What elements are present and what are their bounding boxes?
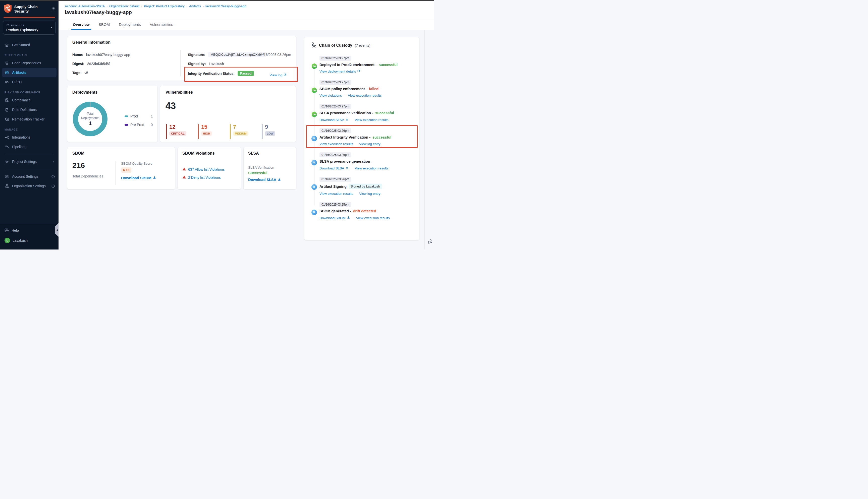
event-link-view-log-entry[interactable]: View log entry	[359, 142, 381, 146]
sidebar-item-rule-definitions[interactable]: Rule Definitions	[0, 105, 59, 114]
event-link-download-sbom[interactable]: Download SBOM	[320, 216, 350, 220]
project-selector[interactable]: PROJECT Product Exploratory	[3, 21, 56, 35]
chain-of-custody-title: Chain of Custody	[319, 43, 352, 48]
legend-label: Pre Prod	[130, 123, 144, 127]
breadcrumb-link[interactable]: lavakush07/easy-buggy-app	[205, 4, 246, 8]
scrollbar-track[interactable]	[424, 30, 425, 250]
sidebar-item-remediation-tracker[interactable]: Remediation Tracker	[0, 114, 59, 124]
event-link-view-execution-results[interactable]: View execution results	[354, 118, 388, 122]
brand-accent-line	[3, 17, 55, 17]
breadcrumb-link[interactable]: Artifacts	[189, 4, 201, 8]
vulnerabilities-card: Vulnerabilities 43 12CRITICAL15HIGH7MEDI…	[160, 86, 297, 142]
slsa-verification-label: SLSA Verification	[248, 166, 292, 169]
tab-sbom[interactable]: SBOM	[99, 19, 110, 30]
event-title-row: Artifact Integrity Verification -success…	[320, 135, 413, 139]
severity-count: 15	[201, 124, 230, 130]
event-link-view-execution-results[interactable]: View execution results	[320, 192, 353, 196]
sidebar-divider	[4, 169, 54, 169]
vulnerabilities-total: 43	[166, 101, 291, 111]
feedback-chat-icon[interactable]	[427, 238, 434, 244]
event-title-row: Deployed to Prod2 environment -successfu…	[320, 63, 413, 67]
event-links: View execution resultsView log entry	[320, 142, 413, 146]
legend-item[interactable]: Pre Prod0	[124, 123, 153, 127]
tab-overview[interactable]: Overview	[73, 19, 90, 30]
severity-count: 9	[265, 124, 293, 130]
timeline-event: 01/16/2025 03:26pmArtifact Integrity Ver…	[311, 128, 413, 146]
event-title: Deployed to Prod2 environment -	[320, 63, 377, 67]
tab-vulnerabilities[interactable]: Vulnerabilities	[150, 19, 173, 30]
page-header: Account: Automation-SSCA›Organization: d…	[59, 1, 434, 19]
user-menu[interactable]: L Lavakush	[0, 235, 59, 245]
event-timestamp: 01/16/2025 03:27pm	[320, 104, 351, 109]
sidebar-item-label: Remediation Tracker	[12, 117, 45, 121]
help-chat-icon: ?	[4, 228, 9, 233]
event-link-view-execution-results[interactable]: View execution results	[356, 216, 390, 220]
warning-triangle-icon	[182, 167, 186, 172]
sidebar-item-cicd[interactable]: CI/CD	[0, 77, 59, 87]
breadcrumb-link[interactable]: Organization: default	[109, 4, 140, 8]
event-links: Download SLSAView execution results	[320, 118, 413, 122]
severity-label-badge: MEDIUM	[233, 131, 249, 136]
event-link-view-execution-results[interactable]: View execution results	[320, 142, 353, 146]
user-name: Lavakush	[13, 239, 28, 242]
event-link-download-slsa[interactable]: Download SLSA	[320, 118, 349, 122]
event-link-label: View deployment details	[320, 70, 356, 73]
app-grid-icon[interactable]	[51, 7, 56, 12]
sidebar-item-project-settings[interactable]: Project Settings	[0, 157, 59, 167]
sidebar-item-account-settings[interactable]: Account Settings	[0, 172, 59, 181]
signed-by-label: Signed by:	[188, 62, 206, 66]
digest-label: Digest:	[72, 62, 84, 66]
view-log-link[interactable]: View log	[269, 73, 287, 77]
timeline-event: 01/16/2025 03:27pmSBOM policy enforcemen…	[311, 80, 413, 97]
vulnerabilities-title: Vulnerabilities	[166, 90, 291, 95]
legend-item[interactable]: Prod1	[124, 114, 153, 118]
deployments-donut-chart[interactable]: Total Deployments 1	[73, 102, 108, 136]
event-timestamp: 01/16/2025 03:25pm	[320, 202, 351, 207]
scan-search-icon	[311, 160, 317, 166]
event-title: Artifact Signing	[320, 184, 347, 188]
donut-center-label: Total Deployments	[78, 112, 102, 120]
project-cube-icon	[6, 23, 10, 27]
sbom-title: SBOM	[72, 151, 170, 156]
breadcrumb-link[interactable]: Account: Automation-SSCA	[65, 4, 105, 8]
sbom-violations-title: SBOM Violations	[182, 151, 236, 156]
event-status: drift detected	[353, 209, 376, 213]
signed-by-badge: Signed by Lavakush	[349, 184, 382, 189]
timeline-event: 01/16/2025 03:25pmSBOM generated -drift …	[311, 202, 413, 220]
app-title: Supply Chain Security	[14, 4, 42, 14]
sidebar-item-integrations[interactable]: Integrations	[0, 133, 59, 142]
event-link-view-deployment-details[interactable]: View deployment details	[320, 70, 360, 73]
sidebar-item-organization-settings[interactable]: Organization Settings	[0, 181, 59, 191]
event-link-view-violations[interactable]: View violations	[320, 94, 342, 97]
event-timeline: 01/16/2025 03:27pmDeployed to Prod2 envi…	[311, 56, 413, 220]
download-sbom-link[interactable]: Download SBOM	[121, 176, 156, 180]
severity-label-badge: LOW	[265, 131, 275, 136]
signature-value[interactable]: MEQCICde2VjIT...bL+2+mqnOXw==	[208, 52, 266, 57]
event-link-label: View violations	[320, 94, 342, 97]
event-link-view-execution-results[interactable]: View execution results	[348, 94, 382, 97]
chain-of-custody-icon	[311, 42, 316, 49]
event-link-download-slsa[interactable]: Download SLSA	[320, 166, 349, 170]
sidebar-item-get-started[interactable]: Get Started	[0, 40, 59, 50]
help-button[interactable]: ? Help	[0, 226, 59, 235]
integrity-status-label: Integrity Verification Status:	[188, 72, 234, 75]
legend-swatch-pre-prod	[124, 124, 128, 126]
tab-deployments[interactable]: Deployments	[119, 19, 141, 30]
sidebar-item-artifacts[interactable]: Artifacts	[2, 68, 57, 77]
breadcrumb-link[interactable]: Project: Product Exploratory	[144, 4, 184, 8]
download-slsa-link[interactable]: Download SLSA	[248, 178, 281, 182]
event-link-label: View execution results	[320, 192, 353, 196]
deny-list-violations-link[interactable]: 2 Deny list Violations	[188, 175, 221, 180]
allow-list-violations-link[interactable]: 637 Allow list Violations	[188, 168, 225, 171]
event-link-view-execution-results[interactable]: View execution results	[354, 166, 388, 170]
sidebar-item-compliance[interactable]: Compliance	[0, 95, 59, 105]
sidebar-item-code-repositories[interactable]: Code Repositories	[0, 58, 59, 68]
severity-label-badge: HIGH	[201, 131, 212, 136]
sbom-violations-card: SBOM Violations 637 Allow list Violation…	[178, 147, 241, 190]
sidebar-item-pipelines[interactable]: Pipelines	[0, 142, 59, 151]
donut-center-value: 1	[89, 120, 92, 126]
severity-breakdown: 12CRITICAL15HIGH7MEDIUM9LOW	[166, 124, 293, 139]
artifact-name-value: lavakush07/easy-buggy-app	[86, 53, 130, 57]
event-link-view-log-entry[interactable]: View log entry	[359, 192, 381, 196]
pipeline-icon	[4, 145, 9, 149]
